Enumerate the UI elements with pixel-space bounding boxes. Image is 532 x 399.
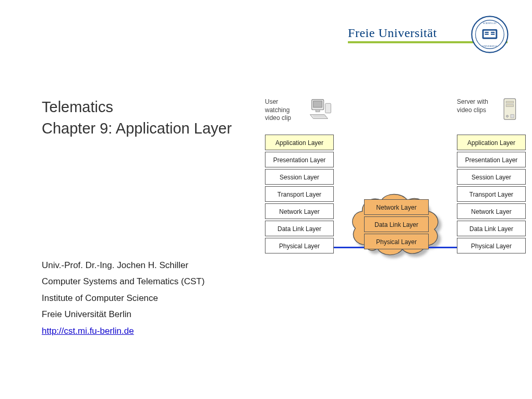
svg-rect-18 bbox=[506, 104, 513, 106]
layer-app: Application Layer bbox=[457, 135, 526, 150]
university-logo: Freie Universität Berlin SCIENTIA ET UNI… bbox=[348, 16, 509, 53]
cloud-layer-phys: Physical Layer bbox=[364, 234, 429, 249]
network-cloud: Network Layer Data Link Layer Physical L… bbox=[346, 187, 446, 263]
svg-point-19 bbox=[506, 115, 509, 117]
user-osi-stack: Application Layer Presentation Layer Ses… bbox=[265, 135, 334, 253]
layer-sess: Session Layer bbox=[265, 169, 334, 185]
layer-trans: Transport Layer bbox=[265, 186, 334, 202]
svg-rect-12 bbox=[316, 110, 320, 112]
svg-rect-6 bbox=[485, 34, 489, 35]
computer-icon bbox=[308, 97, 332, 121]
layer-phys: Physical Layer bbox=[265, 238, 334, 253]
osi-diagram: User watching video clip Server with vid… bbox=[265, 99, 526, 261]
slide-title: Telematics Chapter 9: Application Layer bbox=[42, 96, 232, 139]
user-caption: User watching video clip bbox=[265, 98, 301, 123]
server-icon bbox=[502, 97, 519, 122]
server-osi-stack: Application Layer Presentation Layer Ses… bbox=[457, 135, 526, 253]
title-line-2: Chapter 9: Application Layer bbox=[42, 118, 232, 139]
logo-left-text: Freie Universität bbox=[348, 26, 437, 40]
author-institute: Institute of Computer Science bbox=[42, 290, 204, 306]
layer-link: Data Link Layer bbox=[265, 221, 334, 236]
layer-trans: Transport Layer bbox=[457, 186, 526, 202]
svg-rect-7 bbox=[491, 32, 494, 33]
author-dept: Computer Systems and Telematics (CST) bbox=[42, 273, 204, 289]
title-line-1: Telematics bbox=[42, 96, 232, 118]
layer-net: Network Layer bbox=[265, 203, 334, 219]
layer-sess: Session Layer bbox=[457, 169, 526, 185]
cloud-layer-net: Network Layer bbox=[364, 199, 429, 215]
svg-rect-17 bbox=[506, 101, 513, 103]
server-caption: Server with video clips bbox=[457, 98, 493, 114]
author-link[interactable]: http://cst.mi.fu-berlin.de bbox=[42, 326, 134, 336]
author-info: Univ.-Prof. Dr.-Ing. Jochen H. Schiller … bbox=[42, 257, 204, 339]
svg-rect-15 bbox=[325, 103, 331, 113]
cloud-layer-link: Data Link Layer bbox=[364, 216, 429, 232]
layer-app: Application Layer bbox=[265, 135, 334, 150]
cloud-osi-stack: Network Layer Data Link Layer Physical L… bbox=[364, 199, 429, 249]
layer-net: Network Layer bbox=[457, 203, 526, 219]
svg-rect-20 bbox=[511, 115, 514, 118]
svg-rect-8 bbox=[491, 34, 494, 35]
layer-phys: Physical Layer bbox=[457, 238, 526, 253]
layer-pres: Presentation Layer bbox=[457, 152, 526, 167]
university-seal-icon: SCIENTIA ET UNIVERSITAS bbox=[471, 16, 509, 53]
svg-text:UNIVERSITAS: UNIVERSITAS bbox=[482, 45, 498, 47]
layer-pres: Presentation Layer bbox=[265, 152, 334, 167]
layer-link: Data Link Layer bbox=[457, 221, 526, 236]
svg-rect-11 bbox=[313, 101, 322, 107]
author-university: Freie Universität Berlin bbox=[42, 306, 204, 322]
svg-rect-5 bbox=[485, 32, 489, 33]
author-name: Univ.-Prof. Dr.-Ing. Jochen H. Schiller bbox=[42, 257, 204, 273]
svg-text:SCIENTIA ET: SCIENTIA ET bbox=[483, 22, 497, 25]
